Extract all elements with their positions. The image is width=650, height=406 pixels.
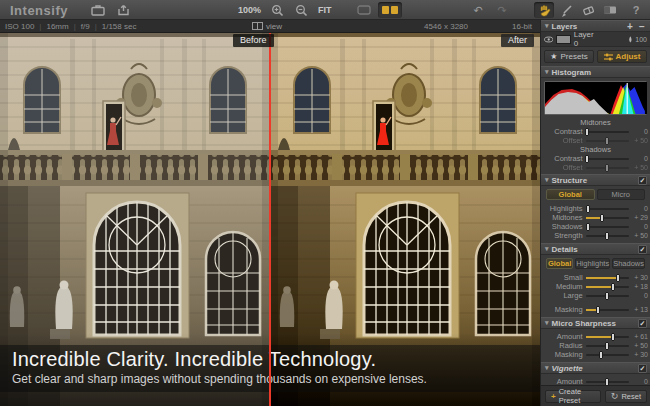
histogram-header[interactable]: ▾ Histogram [541,66,650,78]
remove-layer-button[interactable]: − [636,21,648,32]
vignette-enabled-checkbox[interactable]: ✓ [638,364,647,373]
midtones-offset-slider-row: Offset + 50 [541,136,650,145]
vignette-header[interactable]: ▾ Vignette ✓ [541,362,650,374]
structure-header[interactable]: ▾ Structure ✓ [541,174,650,186]
layer-row[interactable]: Layer 0 100 [541,32,650,47]
tab-structure-micro[interactable]: Micro [597,189,646,200]
zoom-in-icon[interactable] [267,2,287,18]
details-header[interactable]: ▾ Details ✓ [541,243,650,255]
slider-thumb[interactable] [616,274,620,282]
intensify-app-window: Intensify 100% FIT [0,0,650,406]
details-tabs: Global Highlights Shadows [546,258,645,269]
tab-structure-global[interactable]: Global [546,189,595,200]
structure-strength-slider-row: Strength + 50 [541,231,650,240]
toolbar: Intensify 100% FIT [0,0,650,20]
redo-icon[interactable]: ↷ [492,2,512,18]
library-icon[interactable] [88,2,108,18]
layer-name: Layer 0 [574,30,599,48]
slider-track[interactable] [586,137,630,145]
aperture-value: f/9 [76,22,95,31]
zoom-level-display[interactable]: 100% [238,5,261,15]
adjust-sidebar: ▾ Layers + − Layer 0 100 ★ Presets Adjus… [540,20,650,406]
structure-midtones-slider-row: Midtones + 29 [541,213,650,222]
slider-thumb[interactable] [605,342,609,350]
slider-track[interactable] [586,205,630,213]
tab-details-global[interactable]: Global [546,258,573,269]
eraser-tool-icon[interactable] [578,2,598,18]
details-medium-slider-row: Medium + 18 [541,282,650,291]
structure-enabled-checkbox[interactable]: ✓ [638,176,647,185]
reset-icon: ↻ [611,391,619,401]
slider-thumb[interactable] [611,283,615,291]
slider-track[interactable] [586,292,630,300]
midtones-contrast-slider-row: Contrast 0 [541,127,650,136]
slider-track[interactable] [586,232,630,240]
slider-track[interactable] [586,342,630,350]
micro-sharpness-header[interactable]: ▾ Micro Sharpness ✓ [541,317,650,329]
slider-track[interactable] [586,351,630,359]
create-preset-button[interactable]: + Create Preset [545,390,601,403]
tab-details-highlights[interactable]: Highlights [575,258,610,269]
star-icon: ★ [550,52,557,61]
reset-button[interactable]: ↻ Reset [605,390,647,403]
add-layer-button[interactable]: + [624,21,636,32]
slider-track[interactable] [586,274,630,282]
gradient-mask-tool-icon[interactable] [600,2,620,18]
shadows-offset-slider-row: Offset + 50 [541,163,650,172]
micro-sharpness-enabled-checkbox[interactable]: ✓ [638,319,647,328]
disclosure-icon: ▾ [545,22,549,30]
details-masking-slider-row: Masking + 13 [541,305,650,314]
focal-length-value: 16mm [41,22,73,31]
hand-mask-tool-icon[interactable] [534,2,554,18]
slider-thumb[interactable] [586,223,590,231]
details-enabled-checkbox[interactable]: ✓ [638,245,647,254]
before-after-divider[interactable] [269,33,271,406]
slider-track[interactable] [586,164,630,172]
slider-thumb[interactable] [599,351,603,359]
slider-track[interactable] [586,283,630,291]
slider-thumb[interactable] [605,232,609,240]
slider-thumb[interactable] [605,137,609,145]
adjust-button[interactable]: Adjust [597,50,647,63]
shadows-group-label: Shadows [541,145,650,154]
layer-visibility-eye-icon[interactable] [544,36,553,43]
disclosure-icon: ▾ [545,364,549,372]
slider-track[interactable] [586,333,630,341]
overlay-title: Incredible Clarity. Incredible Technolog… [12,348,540,371]
slider-track[interactable] [586,155,630,163]
slider-thumb[interactable] [596,306,600,314]
slider-track[interactable] [586,306,630,314]
slider-thumb[interactable] [585,128,589,136]
micro-masking-slider-row: Masking + 30 [541,350,650,359]
slider-thumb[interactable] [586,205,590,213]
slider-track[interactable] [586,128,630,136]
single-view-icon[interactable] [354,2,374,18]
image-info-bar: ISO 100| 16mm| f/9| 1/158 sec view 4546 … [0,20,540,33]
layer-opacity-slider[interactable] [602,35,625,43]
tab-details-shadows[interactable]: Shadows [612,258,645,269]
zoom-out-icon[interactable] [291,2,311,18]
layers-header[interactable]: ▾ Layers + − [541,20,650,32]
brush-tool-icon[interactable] [556,2,576,18]
view-mode-toggle[interactable]: view [252,22,282,31]
layer-opacity-value: 100 [635,36,647,43]
slider-thumb[interactable] [605,164,609,172]
layer-thumbnail[interactable] [556,35,570,44]
slider-thumb[interactable] [605,292,609,300]
app-title: Intensify [10,3,68,18]
presets-button[interactable]: ★ Presets [544,50,594,63]
slider-thumb[interactable] [600,214,604,222]
slider-thumb[interactable] [585,155,589,163]
split-view-icon[interactable] [378,2,402,18]
sliders-icon [604,53,613,61]
slider-track[interactable] [586,214,630,222]
slider-track[interactable] [586,223,630,231]
bit-depth: 16-bit [512,22,532,31]
iso-value: ISO 100 [0,22,39,31]
micro-amount-slider-row: Amount + 61 [541,332,650,341]
help-icon[interactable]: ? [626,2,646,18]
fit-button[interactable]: FIT [318,5,332,15]
slider-thumb[interactable] [611,333,615,341]
undo-icon[interactable]: ↶ [468,2,488,18]
share-export-icon[interactable] [114,2,134,18]
